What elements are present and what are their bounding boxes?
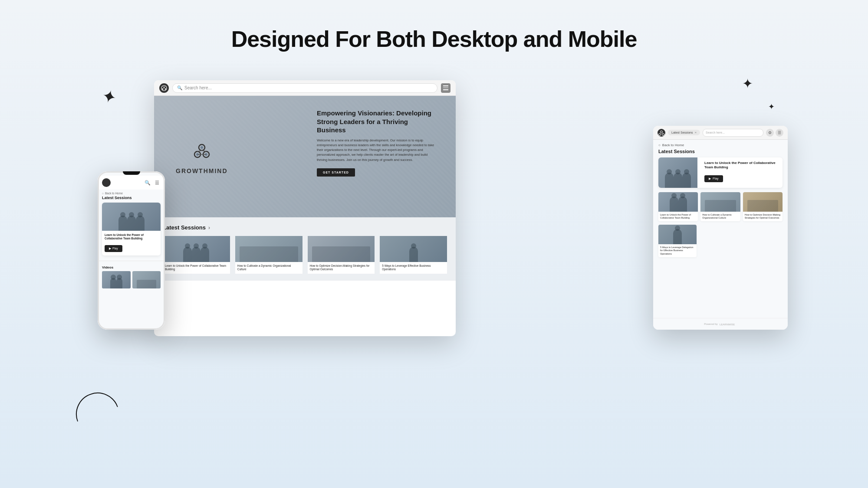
svg-line-10	[197, 151, 202, 151]
session-thumb-2	[235, 236, 302, 262]
browser-menu-button[interactable]	[441, 83, 450, 93]
phone-divider	[98, 261, 165, 261]
svg-point-0	[161, 85, 167, 91]
tablet-featured-info: Learn to Unlock the Power of Collaborati…	[701, 157, 783, 188]
decorative-star-right-small: ✦	[768, 102, 775, 111]
browser-search-bar[interactable]: 🔍 Search here...	[172, 83, 437, 93]
tablet-grid-card-3[interactable]: How to Optimize Decision-Making Strategi…	[743, 192, 783, 221]
tablet-featured-thumb	[658, 157, 697, 188]
session-card-2[interactable]: How to Cultivate a Dynamic Organizationa…	[235, 236, 302, 274]
session-card-4[interactable]: 5 Ways to Leverage Effective Business Op…	[380, 236, 447, 274]
hero-cta-button[interactable]: GET STARTED	[317, 168, 355, 177]
tablet-grid-label-1: Learn to Unlock the Power of Collaborati…	[658, 212, 698, 221]
tablet-chip-close[interactable]: ×	[694, 131, 697, 134]
latest-sessions-section: Latest Sessions › Learn to Unlock the Po…	[154, 217, 456, 281]
tablet-grid-thumb-1	[658, 192, 698, 212]
svg-point-2	[162, 88, 164, 89]
tablet-grid: Learn to Unlock the Power of Collaborati…	[653, 192, 788, 225]
session-label-1: Learn to Unlock the Power of Collaborati…	[163, 262, 230, 274]
session-card-3[interactable]: How to Optimize Decision-Making Strategi…	[308, 236, 375, 274]
tablet-content: ○ Back to Home Latest Sessions Learn to …	[653, 140, 788, 330]
desktop-browser: 🔍 Search here...	[154, 80, 456, 336]
tablet-footer: Powered by LEARNWISE	[653, 318, 788, 330]
browser-topbar: 🔍 Search here...	[154, 80, 456, 96]
svg-point-1	[164, 86, 165, 88]
decorative-star-left: ✦	[100, 85, 119, 108]
tablet-search-placeholder: Search here...	[706, 131, 725, 134]
svg-point-13	[661, 131, 663, 133]
tablet-play-button[interactable]: ▶ Play	[704, 175, 723, 182]
phone-videos-title: Videos	[98, 263, 165, 271]
tablet-grid-label-2: How to Cultivate a Dynamic Organizationa…	[700, 212, 740, 221]
tablet-chip-label: Latest Sessions	[671, 131, 693, 134]
search-icon: 🔍	[177, 85, 182, 90]
latest-sessions-arrow[interactable]: ›	[208, 225, 210, 231]
tablet-featured-title: Learn to Unlock the Power of Collaborati…	[704, 161, 779, 170]
tablet-back-button[interactable]: ○ Back to Home	[653, 140, 788, 149]
session-thumb-1	[163, 236, 230, 262]
phone-brand-logo	[102, 178, 111, 187]
svg-line-11	[202, 151, 206, 151]
session-label-2: How to Cultivate a Dynamic Organizationa…	[235, 262, 302, 274]
decorative-star-right: ✦	[742, 76, 753, 91]
tablet-play-icon: ▶	[709, 177, 711, 180]
phone-menu-icon[interactable]: ☰	[154, 179, 161, 186]
tablet-grid-thumb-4	[658, 225, 697, 244]
session-label-4: 5 Ways to Leverage Effective Business Op…	[380, 262, 447, 274]
sessions-grid: Learn to Unlock the Power of Collaborati…	[163, 236, 447, 274]
tablet-grid-card-4[interactable]: 5 Ways to Leverage Delegation for Effect…	[658, 225, 697, 257]
tablet-topbar: Latest Sessions × Search here... ⚙ ☰	[653, 126, 788, 140]
phone-section-title: Latest Sessions	[98, 196, 165, 203]
decorative-curve	[70, 386, 125, 442]
session-thumb-4	[380, 236, 447, 262]
brand-name: GROWTHMIND	[176, 167, 228, 174]
tablet-browser: Latest Sessions × Search here... ⚙ ☰ ○ B…	[653, 126, 788, 330]
tablet-back-label: Back to Home	[662, 143, 684, 147]
phone-video-thumb-1[interactable]	[102, 271, 131, 288]
tablet-back-icon: ○	[658, 143, 661, 147]
tablet-featured-card[interactable]: Learn to Unlock the Power of Collaborati…	[658, 157, 783, 188]
phone-play-label: Play	[112, 247, 118, 250]
tablet-search-input[interactable]: Search here...	[703, 129, 763, 137]
phone-featured-card[interactable]: Learn to Unlock the Power of Collaborati…	[102, 203, 161, 255]
tablet-grid-thumb-2	[700, 192, 740, 212]
hero-heading: Empowering Visionaries: Developing Stron…	[317, 109, 438, 134]
hero-logo: GROWTHMIND	[176, 139, 228, 174]
hero-body-text: Welcome to a new era of leadership devel…	[317, 138, 438, 162]
tablet-settings-icon[interactable]: ⚙	[766, 129, 774, 137]
powered-by: Powered by LEARNWISE	[657, 322, 784, 326]
svg-point-14	[659, 133, 661, 135]
tablet-menu-icon[interactable]: ☰	[776, 129, 783, 137]
tablet-grid-card-1[interactable]: Learn to Unlock the Power of Collaborati…	[658, 192, 698, 221]
svg-point-7	[201, 146, 203, 149]
mobile-phone: 🔍 ☰ ○ Back to Home Latest Sessions Learn…	[98, 171, 165, 330]
tablet-topbar-icons: ⚙ ☰	[766, 129, 783, 137]
phone-videos-grid	[98, 271, 165, 288]
phone-featured-thumb	[102, 203, 161, 231]
phone-search-icon[interactable]: 🔍	[144, 179, 151, 186]
powered-by-text: Powered by	[704, 323, 718, 325]
phone-topbar: 🔍 ☰	[98, 176, 165, 190]
browser-content: GROWTHMIND Empowering Visionaries: Devel…	[154, 96, 456, 336]
phone-back-icon: ○	[102, 192, 104, 195]
phone-featured-title: Learn to Unlock the Power of Collaborati…	[102, 231, 161, 243]
page-title: Designed For Both Desktop and Mobile	[0, 0, 868, 52]
svg-point-3	[165, 88, 166, 89]
session-card-1[interactable]: Learn to Unlock the Power of Collaborati…	[163, 236, 230, 274]
latest-sessions-title: Latest Sessions	[163, 224, 206, 231]
phone-topbar-icons: 🔍 ☰	[144, 179, 161, 186]
svg-text:LEARNWISE: LEARNWISE	[720, 323, 735, 326]
phone-back-button[interactable]: ○ Back to Home	[98, 190, 165, 196]
phone-play-button[interactable]: ▶ Play	[105, 245, 122, 252]
phone-notch	[123, 171, 140, 175]
session-label-3: How to Optimize Decision-Making Strategi…	[308, 262, 375, 274]
tablet-grid-thumb-3	[743, 192, 783, 212]
tablet-grid-card-2[interactable]: How to Cultivate a Dynamic Organizationa…	[700, 192, 740, 221]
phone-video-thumb-2[interactable]	[132, 271, 161, 288]
search-placeholder: Search here...	[184, 85, 212, 90]
tablet-grid-label-4: 5 Ways to Leverage Delegation for Effect…	[658, 244, 697, 257]
phone-back-label: Back to Home	[105, 192, 123, 195]
tablet-search-chip[interactable]: Latest Sessions ×	[668, 130, 700, 135]
hero-text-block: Empowering Visionaries: Developing Stron…	[317, 109, 438, 177]
phone-play-icon: ▶	[109, 247, 111, 250]
